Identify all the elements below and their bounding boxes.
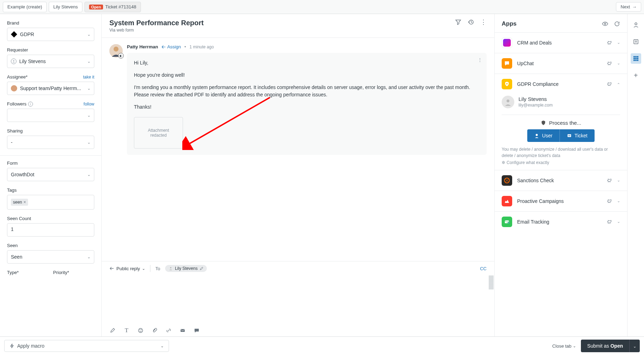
email-icon[interactable]	[179, 327, 186, 334]
conversation: ◐ Patty Herrman Assign • 1 minute ago	[102, 38, 494, 261]
app-icon	[502, 58, 512, 69]
link-icon[interactable]	[165, 327, 172, 334]
text-format-icon[interactable]: T	[123, 327, 130, 334]
status-badge: Open	[89, 5, 103, 9]
attachment-icon[interactable]	[151, 327, 158, 334]
compose-textarea[interactable]	[102, 275, 494, 325]
app-name: Email Tracking	[517, 219, 602, 225]
take-it-link[interactable]: take it	[83, 75, 94, 80]
pencil-icon[interactable]	[200, 267, 203, 270]
svg-rect-31	[635, 60, 637, 61]
history-icon[interactable]	[468, 19, 474, 25]
chevron-down-icon: ⌄	[87, 32, 90, 37]
tabs: Example (create) Lily Stevens Open Ticke…	[3, 2, 143, 12]
remove-tag-icon[interactable]: ×	[23, 200, 26, 205]
svg-point-8	[141, 330, 142, 330]
compose-area: Public reply ⌄ To Lily Stevens CC	[102, 261, 494, 336]
top-tabs-bar: Example (create) Lily Stevens Open Ticke…	[0, 0, 644, 14]
gear-icon: ✲	[502, 160, 505, 165]
app-icon	[502, 37, 512, 48]
requester-select[interactable]: Lily Stevens ⌄	[7, 55, 94, 68]
assignee-avatar	[11, 85, 17, 91]
tab-lily[interactable]: Lily Stevens	[49, 2, 82, 12]
cc-link[interactable]: CC	[480, 266, 487, 271]
rail-add-icon[interactable]: +	[631, 70, 641, 81]
app-name: Proactive Campaigns	[517, 198, 602, 204]
chevron-down-icon[interactable]: ⌄	[617, 199, 620, 204]
submit-button[interactable]: Submit as Open	[581, 340, 629, 352]
ticket-header: System Performance Report Via web form ⋮	[102, 14, 494, 38]
next-button[interactable]: Next →	[616, 2, 641, 12]
pin-icon[interactable]	[607, 178, 612, 183]
brand-select[interactable]: GDPR ⌄	[7, 28, 94, 41]
ticket-btn-label: Ticket	[575, 133, 588, 138]
svg-rect-30	[633, 60, 635, 61]
more-icon[interactable]: ⋮	[480, 19, 487, 25]
rail-user-icon[interactable]	[631, 20, 641, 30]
chevron-down-icon[interactable]: ⌄	[617, 219, 620, 224]
chevron-up-icon[interactable]: ⌄	[617, 82, 620, 87]
seen-count-input[interactable]: 1	[7, 223, 94, 237]
pin-icon[interactable]	[607, 82, 612, 87]
app-name: UpChat	[517, 61, 602, 66]
priority-label: Priority*	[53, 270, 95, 275]
svg-rect-26	[637, 56, 638, 57]
apply-macro-button[interactable]: Apply macro ⌄	[4, 340, 169, 352]
message-more-icon[interactable]: ⋮	[477, 57, 482, 63]
sharing-select[interactable]: - ⌄	[7, 136, 94, 149]
section-divider	[0, 155, 101, 156]
pin-icon[interactable]	[607, 219, 612, 224]
app-item-crm: CRM and Deals ⌄	[495, 32, 627, 53]
message-paragraph: Hi Lily,	[134, 59, 480, 67]
close-tab-button[interactable]: Close tab ⌄	[552, 343, 576, 349]
seen-select[interactable]: Seen ⌄	[7, 250, 94, 264]
assignee-select[interactable]: Support team/Patty Herrm... ⌄	[7, 82, 94, 95]
attachment-card[interactable]: Attachment redacted	[134, 117, 183, 149]
scrollbar[interactable]	[489, 275, 494, 325]
submit-dropdown[interactable]: ⌄	[629, 340, 640, 352]
svg-rect-14	[568, 134, 571, 137]
filter-icon[interactable]	[455, 19, 461, 25]
gdpr-user-button[interactable]: User	[527, 129, 560, 142]
app-item-email-tracking: Email Tracking ⌄	[495, 211, 627, 232]
recipient-name: Lily Stevens	[175, 266, 198, 271]
reply-type-select[interactable]: Public reply ⌄	[109, 266, 145, 271]
rail-knowledge-icon[interactable]	[631, 36, 641, 47]
assign-link[interactable]: Assign	[162, 44, 181, 49]
requester-value: Lily Stevens	[19, 59, 46, 64]
tab-label: Example (create)	[7, 4, 42, 9]
svg-rect-28	[635, 58, 637, 59]
sharing-value: -	[11, 139, 13, 145]
tab-ticket[interactable]: Open Ticket #713148	[84, 2, 141, 12]
chevron-down-icon[interactable]: ⌄	[617, 178, 620, 183]
form-select[interactable]: GrowthDot ⌄	[7, 168, 94, 181]
svg-point-3	[114, 47, 118, 52]
pin-icon[interactable]	[607, 61, 612, 66]
seen-count-label: Seen Count	[7, 216, 94, 221]
attachment-label: Attachment redacted	[148, 128, 169, 138]
chevron-down-icon: ⌄	[87, 86, 90, 91]
gdpr-config-link[interactable]: ✲ Configure what exactly	[502, 160, 620, 165]
emoji-icon[interactable]	[137, 327, 144, 334]
ticket-title: System Performance Report	[109, 19, 204, 27]
chat-icon[interactable]	[194, 327, 200, 334]
follow-link[interactable]: follow	[83, 102, 94, 107]
gdpr-ticket-button[interactable]: Ticket	[560, 129, 595, 142]
followers-select[interactable]: ⌄	[7, 109, 94, 122]
tab-example[interactable]: Example (create)	[3, 2, 47, 12]
submit-status: Open	[610, 343, 623, 349]
svg-point-0	[13, 60, 14, 61]
assign-label: Assign	[167, 44, 181, 49]
pin-icon[interactable]	[607, 40, 612, 45]
app-icon	[502, 79, 512, 89]
eye-icon[interactable]	[602, 21, 608, 27]
chevron-down-icon[interactable]: ⌄	[617, 40, 620, 45]
recipient-chip[interactable]: Lily Stevens	[165, 265, 207, 272]
rail-apps-icon[interactable]	[631, 53, 641, 64]
pin-icon[interactable]	[607, 199, 612, 204]
chevron-down-icon[interactable]: ⌄	[617, 61, 620, 66]
chevron-down-icon: ⌄	[161, 344, 164, 348]
refresh-icon[interactable]	[614, 21, 620, 27]
tags-input[interactable]: seen ×	[7, 195, 94, 210]
edit-icon[interactable]	[109, 327, 116, 334]
